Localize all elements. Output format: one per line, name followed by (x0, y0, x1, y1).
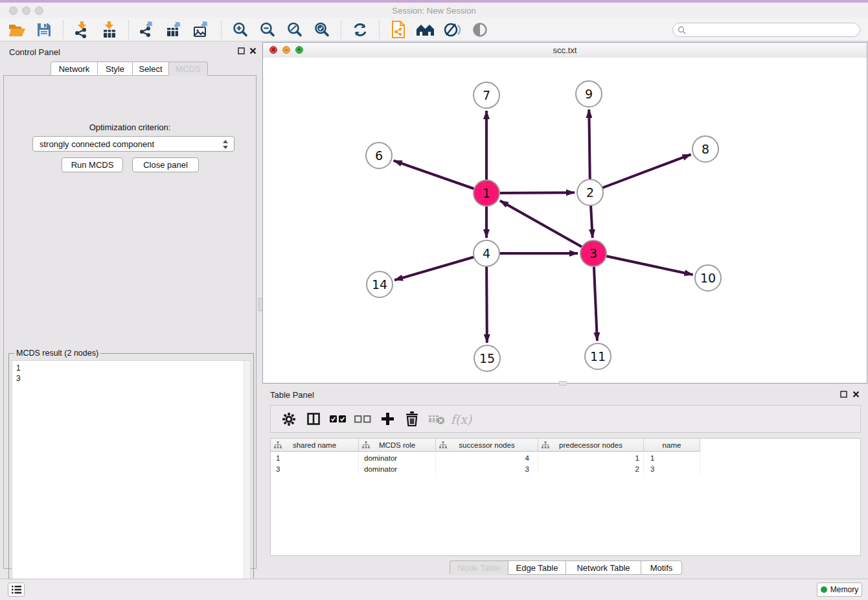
import-network-icon[interactable] (71, 19, 93, 40)
graph-edge-1-6[interactable] (394, 161, 486, 193)
graph-node-3[interactable]: 3 (580, 240, 607, 267)
tab-style[interactable]: Style (97, 62, 133, 76)
export-image-icon[interactable] (191, 19, 213, 40)
column-header-predecessor-nodes[interactable]: predecessor nodes (538, 439, 644, 452)
network-canvas[interactable]: 7961284314101511 (263, 58, 867, 383)
tab-select[interactable]: Select (132, 62, 169, 76)
show-home-icon[interactable] (415, 19, 437, 40)
export-table-icon[interactable] (164, 19, 186, 40)
memory-button[interactable]: Memory (817, 583, 862, 597)
zoom-in-icon[interactable] (229, 19, 251, 40)
graph-node-10[interactable]: 10 (694, 264, 722, 292)
graph-node-7[interactable]: 7 (473, 82, 500, 109)
tab-network[interactable]: Network (51, 62, 98, 76)
create-column-icon[interactable] (376, 408, 399, 431)
column-header-successor-nodes[interactable]: successor nodes (436, 439, 538, 452)
column-header-shared-name[interactable]: shared name (271, 439, 359, 452)
tab-mcds[interactable]: MCDS (168, 62, 208, 76)
cell-successor-nodes[interactable]: 3 (436, 463, 538, 474)
table-row-2[interactable]: 3dominator323 (271, 463, 700, 474)
cell-name[interactable]: 3 (644, 463, 700, 474)
zoom-fit-icon[interactable] (284, 19, 306, 40)
table-row-1[interactable]: 1dominator411 (271, 452, 700, 463)
cell-shared-name[interactable]: 1 (271, 452, 359, 463)
function-builder-icon[interactable]: f(x) (450, 408, 473, 431)
table-panel-title: Table Panel (270, 390, 314, 400)
close-panel-button[interactable]: Close panel (132, 157, 199, 172)
tab-motifs[interactable]: Motifs (641, 560, 682, 575)
column-header-MCDS-role[interactable]: MCDS role (359, 439, 436, 452)
table-options-icon[interactable] (277, 408, 301, 431)
control-panel-tabs: Network Style Select MCDS (51, 62, 208, 76)
show-hide-icon[interactable] (469, 19, 491, 40)
run-mcds-button[interactable]: Run MCDS (62, 157, 123, 172)
optimization-criterion-label: Optimization criterion: (4, 122, 256, 132)
graph-node-9[interactable]: 9 (575, 80, 602, 108)
cell-predecessor-nodes[interactable]: 1 (538, 452, 644, 463)
save-session-icon[interactable] (33, 19, 55, 40)
tab-edge-table[interactable]: Edge Table (508, 560, 566, 575)
export-network-icon[interactable] (137, 19, 159, 40)
memory-status-icon (821, 586, 827, 593)
cell-name[interactable]: 1 (644, 452, 700, 463)
list-icon (12, 586, 21, 594)
unselect-all-columns-icon[interactable] (351, 408, 374, 431)
search-box[interactable] (672, 23, 860, 37)
select-all-columns-icon[interactable] (326, 408, 350, 431)
graph-node-6[interactable]: 6 (365, 142, 393, 169)
open-session-icon[interactable] (6, 19, 28, 40)
import-table-icon[interactable] (98, 19, 120, 40)
zoom-out-icon[interactable] (257, 19, 279, 40)
tab-node-table[interactable]: Node Table (450, 560, 508, 575)
tab-network-table[interactable]: Network Table (565, 560, 641, 575)
graph-edge-2-8[interactable] (590, 154, 691, 192)
graph-edge-3-10[interactable] (593, 253, 693, 275)
search-input[interactable] (689, 24, 860, 36)
toggle-style-icon[interactable] (442, 19, 464, 40)
delete-table-icon[interactable] (425, 408, 448, 431)
close-table-panel-icon[interactable] (852, 391, 860, 398)
main-toolbar (0, 18, 868, 41)
graph-node-4[interactable]: 4 (473, 240, 500, 267)
zoom-selected-icon[interactable] (311, 19, 333, 40)
result-line: 1 (16, 363, 21, 373)
toolbar-separator (63, 21, 63, 39)
cell-successor-nodes[interactable]: 4 (436, 452, 538, 463)
network-window-titlebar[interactable]: ✕ − + scc.txt (263, 43, 867, 58)
show-columns-icon[interactable] (302, 408, 325, 431)
delete-columns-icon[interactable] (400, 408, 424, 431)
toolbar-separator (221, 21, 222, 39)
cell-shared-name[interactable]: 3 (271, 463, 359, 474)
graph-edge-4-14[interactable] (394, 253, 486, 280)
cell-MCDS-role[interactable]: dominator (359, 452, 436, 463)
apply-layout-icon[interactable] (349, 19, 371, 40)
float-panel-icon[interactable] (238, 47, 245, 54)
graph-node-11[interactable]: 11 (584, 343, 611, 370)
column-type-icon (439, 441, 447, 449)
mcds-result-textarea[interactable]: 13 (12, 360, 251, 599)
graph-node-2[interactable]: 2 (577, 179, 604, 206)
clone-network-icon[interactable] (387, 19, 409, 40)
toolbar-separator (128, 21, 129, 39)
criterion-select[interactable]: strongly connected component (32, 136, 234, 152)
mcds-panel: Optimization criterion: strongly connect… (3, 75, 257, 569)
graph-node-15[interactable]: 15 (474, 345, 501, 372)
graph-node-1[interactable]: 1 (473, 179, 500, 207)
horizontal-splitter-handle[interactable] (559, 381, 567, 386)
graph-edge-3-1[interactable] (500, 201, 593, 253)
column-header-name[interactable]: name (644, 439, 700, 452)
column-type-icon (542, 441, 549, 449)
cell-predecessor-nodes[interactable]: 2 (538, 463, 644, 474)
control-panel: Control Panel Network Style Select MCDS … (0, 41, 260, 579)
mcds-result-lines: 13 (16, 363, 21, 384)
task-history-button[interactable] (8, 583, 25, 597)
graph-node-14[interactable]: 14 (366, 271, 393, 298)
graph-node-8[interactable]: 8 (692, 135, 719, 163)
result-scrollbar[interactable] (244, 361, 250, 599)
close-panel-icon[interactable] (249, 47, 257, 54)
table-tabs: Node Table Edge Table Network Table Moti… (450, 560, 682, 575)
cell-MCDS-role[interactable]: dominator (359, 463, 436, 474)
memory-label: Memory (830, 585, 858, 594)
control-panel-title: Control Panel (9, 47, 60, 57)
float-table-panel-icon[interactable] (840, 391, 847, 398)
